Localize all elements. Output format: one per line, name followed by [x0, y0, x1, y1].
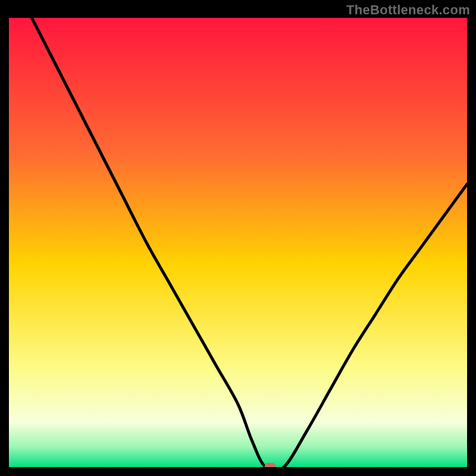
chart-svg [9, 18, 467, 467]
chart-container: TheBottleneck.com [0, 0, 476, 476]
gradient-area [9, 18, 467, 467]
watermark-text: TheBottleneck.com [346, 2, 470, 18]
chart-frame [9, 18, 467, 467]
optimal-marker-icon [265, 463, 275, 467]
